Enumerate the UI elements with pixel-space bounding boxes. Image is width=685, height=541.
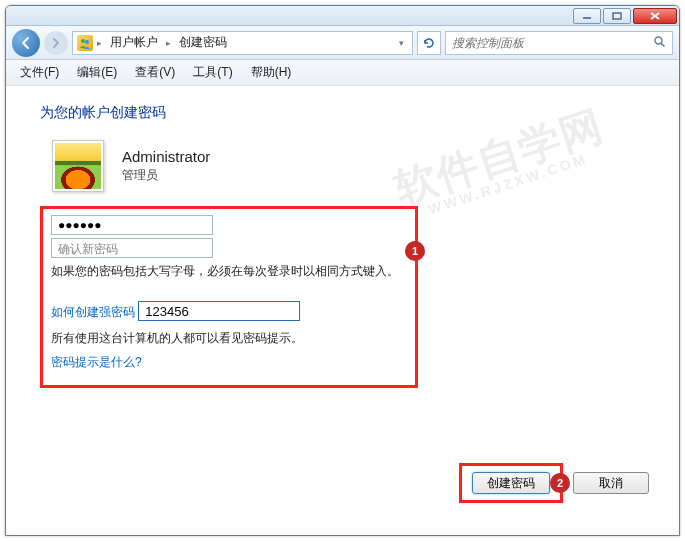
menu-file[interactable]: 文件(F) [12, 61, 67, 84]
minimize-button[interactable] [573, 8, 601, 24]
svg-point-5 [85, 40, 89, 44]
avatar [52, 140, 104, 192]
chevron-right-icon: ▸ [164, 38, 173, 48]
user-accounts-icon [77, 35, 93, 51]
breadcrumb-item[interactable]: 创建密码 [175, 32, 231, 53]
chevron-right-icon: ▸ [95, 38, 104, 48]
user-block: Administrator 管理员 [52, 140, 649, 192]
menubar: 文件(F) 编辑(E) 查看(V) 工具(T) 帮助(H) [6, 60, 679, 86]
svg-rect-1 [613, 13, 621, 19]
maximize-button[interactable] [603, 8, 631, 24]
button-row: 创建密码 2 取消 [459, 463, 649, 503]
navbar: ▸ 用户帐户 ▸ 创建密码 ▾ [6, 26, 679, 60]
menu-tools[interactable]: 工具(T) [185, 61, 240, 84]
password-form-section: 1 确认新密码 如果您的密码包括大写字母，必须在每次登录时以相同方式键入。 如何… [40, 206, 418, 388]
nav-forward-button[interactable] [44, 31, 68, 55]
refresh-button[interactable] [417, 31, 441, 55]
menu-edit[interactable]: 编辑(E) [69, 61, 125, 84]
svg-line-7 [661, 43, 664, 46]
titlebar [6, 6, 679, 26]
hint-visibility-note: 所有使用这台计算机的人都可以看见密码提示。 [51, 329, 407, 348]
menu-view[interactable]: 查看(V) [127, 61, 183, 84]
strong-password-link[interactable]: 如何创建强密码 [51, 304, 135, 321]
create-password-button[interactable]: 创建密码 [472, 472, 550, 494]
menu-help[interactable]: 帮助(H) [243, 61, 300, 84]
nav-back-button[interactable] [12, 29, 40, 57]
breadcrumb-item[interactable]: 用户帐户 [106, 32, 162, 53]
new-password-input[interactable] [51, 215, 213, 235]
content-area: 软件自学网 WWW.RJZXW.COM 为您的帐户创建密码 Administra… [6, 86, 679, 535]
page-title: 为您的帐户创建密码 [40, 104, 649, 122]
user-name: Administrator [122, 148, 210, 165]
create-button-highlight: 创建密码 2 [459, 463, 563, 503]
user-role: 管理员 [122, 167, 210, 184]
annotation-badge-2: 2 [550, 473, 570, 493]
password-hint-input[interactable] [138, 301, 300, 321]
control-panel-window: ▸ 用户帐户 ▸ 创建密码 ▾ 文件(F) 编辑(E) 查看(V) 工具(T) … [5, 5, 680, 536]
search-input[interactable] [452, 36, 653, 50]
what-is-hint-link[interactable]: 密码提示是什么? [51, 354, 142, 371]
cancel-button[interactable]: 取消 [573, 472, 649, 494]
svg-point-4 [81, 39, 85, 43]
confirm-password-input[interactable]: 确认新密码 [51, 238, 213, 258]
breadcrumb-dropdown-icon[interactable]: ▾ [395, 38, 408, 48]
case-sensitivity-hint: 如果您的密码包括大写字母，必须在每次登录时以相同方式键入。 [51, 262, 407, 281]
annotation-badge-1: 1 [405, 241, 425, 261]
search-box[interactable] [445, 31, 673, 55]
address-breadcrumb[interactable]: ▸ 用户帐户 ▸ 创建密码 ▾ [72, 31, 413, 55]
search-icon [653, 35, 666, 51]
close-button[interactable] [633, 8, 677, 24]
svg-point-6 [655, 37, 662, 44]
